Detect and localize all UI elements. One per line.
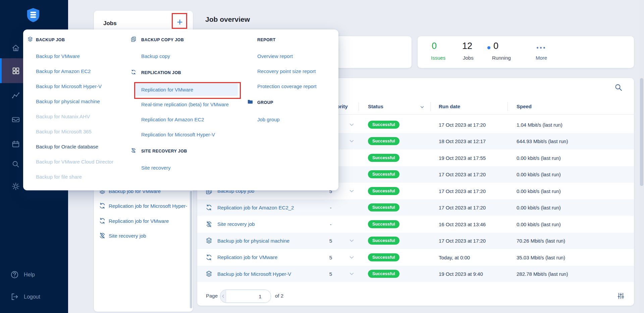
menu-item[interactable]: Backup for VMware: [36, 53, 80, 60]
job-list-item-label: Replication job for VMware: [109, 218, 169, 224]
job-list-item[interactable]: Site recovery job: [94, 230, 193, 242]
menu-item[interactable]: Backup for physical machine: [36, 98, 100, 105]
table-row: Replication job for Amazon EC2_2 - Succe…: [197, 199, 634, 216]
status-badge: Successful: [368, 154, 399, 162]
page-label: Page: [206, 293, 218, 299]
job-name-link[interactable]: Replication job for Amazon EC2_2: [217, 205, 294, 210]
expand-chevron-icon[interactable]: [349, 238, 355, 244]
more-label[interactable]: More: [536, 55, 547, 61]
menu-section-header: BACKUP JOB: [36, 38, 65, 42]
menu-section-header: SITE RECOVERY JOB: [141, 149, 187, 153]
priority-cell: 5: [324, 271, 337, 277]
menu-item[interactable]: Replication for Microsoft Hyper-V: [141, 131, 215, 138]
status-badge: Successful: [368, 203, 399, 211]
page-control: [220, 290, 271, 303]
menu-item[interactable]: Backup for Amazon EC2: [36, 68, 91, 75]
jobs-label: Jobs: [463, 55, 474, 61]
status-badge: Successful: [368, 220, 399, 228]
status-badge: Successful: [368, 253, 399, 261]
job-name-link[interactable]: Backup job for Microsoft Hyper-V: [217, 271, 291, 277]
job-overview-stats-card: 0 Issues 12 Jobs 0 Running More: [418, 36, 634, 68]
running-count: 0: [493, 41, 498, 51]
inbox-icon: [11, 115, 20, 124]
speed-cell: 0.00 kbit/s (last run): [517, 221, 561, 227]
status-sort-chevron-down-icon[interactable]: [420, 105, 424, 109]
table-search-button[interactable]: [614, 83, 623, 91]
jobs-panel-scrollbar[interactable]: [190, 191, 192, 308]
menu-item-disabled: Backup for file share: [36, 174, 82, 180]
run-date-cell: 17 Oct 2023 at 17:20: [439, 188, 486, 194]
column-header-run-date[interactable]: Run date: [439, 104, 460, 109]
menu-item[interactable]: Backup for Microsoft Hyper-V: [36, 83, 102, 90]
status-badge: Successful: [368, 270, 399, 278]
replication-job-icon: [205, 204, 213, 211]
page-scrollbar-thumb[interactable]: [640, 78, 643, 186]
help-button[interactable]: Help: [10, 270, 35, 279]
job-name-link[interactable]: Backup job for physical machine: [217, 238, 289, 244]
table-filter-button[interactable]: [617, 292, 625, 300]
menu-item[interactable]: Site recovery: [141, 165, 171, 171]
calendar-icon: [11, 140, 20, 148]
run-date-cell: 17 Oct 2023 at 17:20: [439, 122, 486, 127]
menu-item-disabled: Backup for Microsoft 365: [36, 128, 92, 135]
replication-job-icon: [130, 69, 137, 75]
backup-copy-job-icon: [130, 36, 137, 42]
menu-item-disabled: Backup for VMware Cloud Director: [36, 159, 113, 165]
add-job-button[interactable]: +: [174, 16, 186, 28]
job-name-link[interactable]: Replication job for VMware: [217, 254, 277, 260]
pagination: Page of 2: [197, 290, 634, 303]
create-job-menu: BACKUP JOB Backup for VMware Backup for …: [23, 29, 338, 190]
logout-icon: [10, 292, 19, 301]
expand-chevron-icon[interactable]: [349, 122, 355, 127]
menu-item[interactable]: Recovery point size report: [257, 68, 316, 75]
run-date-cell: 17 Oct 2023 at 17:20: [439, 238, 486, 244]
speed-cell: 70.26 Mbit/s (last run): [517, 238, 565, 244]
expand-chevron-icon[interactable]: [349, 138, 355, 144]
expand-chevron-icon[interactable]: [349, 271, 355, 277]
logout-button[interactable]: Logout: [10, 292, 40, 301]
run-date-cell: 17 Oct 2023 at 17:20: [439, 172, 486, 177]
menu-item[interactable]: Real-time replication (beta) for VMware: [141, 101, 229, 108]
column-header-speed[interactable]: Speed: [517, 104, 532, 109]
menu-item[interactable]: Replication for Amazon EC2: [141, 116, 204, 123]
menu-section-header: GROUP: [257, 100, 273, 105]
menu-item[interactable]: Backup for Oracle database: [36, 143, 98, 150]
menu-item[interactable]: Job group: [257, 116, 280, 123]
chevron-left-icon: [220, 294, 226, 299]
menu-item[interactable]: Protection coverage report: [257, 83, 317, 90]
help-icon: [10, 270, 19, 279]
menu-item[interactable]: Backup copy: [141, 53, 170, 60]
home-icon: [11, 44, 20, 52]
backup-job-icon: [205, 237, 213, 244]
backup-job-icon: [27, 36, 33, 42]
running-label: Running: [492, 55, 511, 61]
backup-job-icon: [205, 270, 213, 277]
speed-cell: 0.00 kbit/s (last run): [517, 205, 561, 210]
expand-chevron-icon[interactable]: [349, 188, 355, 194]
status-badge: Successful: [368, 137, 399, 145]
expand-chevron-icon[interactable]: [349, 254, 355, 260]
issues-count: 0: [432, 41, 437, 51]
speed-cell: 644.93 Mbit/s (last run): [517, 138, 568, 144]
replication-job-icon: [99, 217, 106, 225]
column-header-status[interactable]: Status: [368, 104, 383, 109]
issues-label: Issues: [431, 55, 445, 61]
more-dots-icon[interactable]: [537, 47, 545, 49]
priority-cell: -: [324, 221, 337, 227]
folder-icon: [247, 99, 253, 105]
page-title: Job overview: [205, 15, 250, 23]
menu-item[interactable]: Overview report: [257, 53, 293, 60]
speed-cell: 282.78 Mbit/s (last run): [517, 271, 568, 277]
job-list-item[interactable]: Replication job for VMware: [94, 215, 193, 227]
menu-item-replication-for-vmware[interactable]: Replication for VMware: [141, 86, 193, 93]
site-recovery-job-icon: [205, 221, 213, 228]
prev-page-button[interactable]: [220, 290, 226, 303]
priority-cell: -: [324, 205, 337, 210]
speed-cell: 0.00 kbit/s (last run): [517, 155, 561, 161]
speed-cell: 0.00 kbit/s (last run): [517, 172, 561, 177]
page-number-input[interactable]: [226, 290, 271, 303]
job-list-item[interactable]: Replication job for Microsoft Hyper-: [94, 200, 193, 212]
table-row: Backup job for Microsoft Hyper-V 5 Succe…: [197, 266, 634, 283]
job-name-link[interactable]: Site recovery job: [217, 221, 255, 227]
app-logo: [25, 7, 41, 23]
